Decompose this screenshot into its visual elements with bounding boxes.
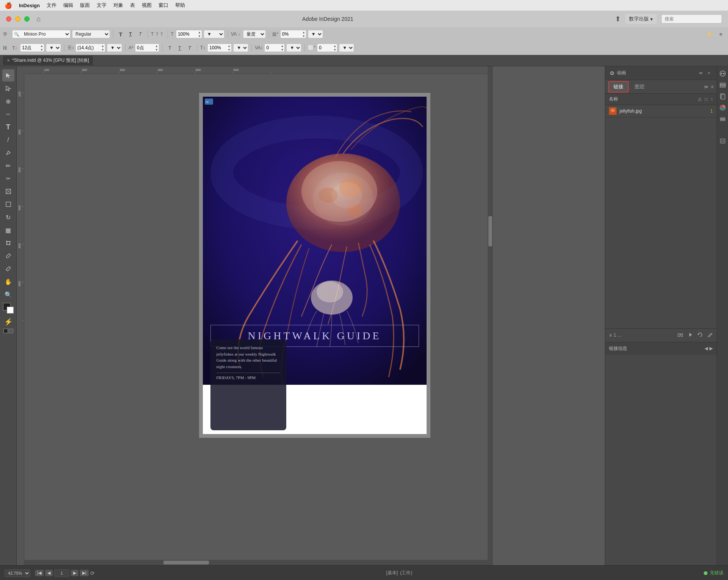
share-icon[interactable]: ⬆: [615, 15, 621, 23]
line-tool[interactable]: /: [2, 134, 14, 146]
leading-input[interactable]: [76, 45, 100, 50]
baseline-up[interactable]: ▲: [280, 44, 284, 48]
apple-menu[interactable]: 🍎: [5, 2, 12, 9]
update-link-icon[interactable]: [697, 332, 703, 339]
right-icon-stroke[interactable]: [719, 115, 727, 123]
direct-selection-tool[interactable]: [2, 82, 14, 94]
tt-icon1[interactable]: T: [116, 30, 125, 38]
tt2-icon3[interactable]: T: [185, 44, 194, 52]
skew-down[interactable]: ▼: [333, 48, 337, 52]
maximize-button[interactable]: [24, 16, 30, 22]
skew-up[interactable]: ▲: [333, 44, 337, 48]
vscale-input[interactable]: [208, 45, 227, 50]
right-icon-links[interactable]: [719, 69, 727, 78]
panel-expand-icon[interactable]: ≫: [704, 84, 709, 89]
font-family-select[interactable]: Minion Pro: [21, 30, 70, 38]
page-tool[interactable]: ⊕: [2, 95, 14, 107]
vscale-unit-select[interactable]: ▼: [233, 44, 248, 52]
rotate-up[interactable]: ▲: [301, 30, 306, 34]
tt-icon2[interactable]: T: [126, 30, 135, 38]
page-number-input[interactable]: [54, 569, 69, 577]
page-refresh-icon[interactable]: ⟳: [90, 570, 95, 576]
format-toggle[interactable]: ⚡: [2, 316, 14, 328]
rect-frame-tool[interactable]: [2, 185, 14, 198]
tab-layers[interactable]: 图层: [630, 82, 649, 92]
right-icon-layers[interactable]: [719, 81, 727, 89]
size-unit-select[interactable]: ▼: [204, 30, 224, 38]
panel-menu-icon[interactable]: ≡: [711, 84, 714, 89]
text-tool[interactable]: T: [2, 121, 14, 133]
tab-links[interactable]: 链接: [608, 81, 629, 92]
tt2-icon1[interactable]: T: [166, 44, 174, 52]
rect-tool[interactable]: [2, 198, 14, 210]
leading-up[interactable]: ▲: [100, 44, 105, 48]
tab-close-icon[interactable]: ✕: [7, 58, 10, 63]
background-color[interactable]: [7, 307, 14, 314]
hand-tool[interactable]: ✋: [2, 276, 14, 288]
gap-tool[interactable]: ↔: [2, 108, 14, 120]
baseline-down[interactable]: ▼: [280, 48, 284, 52]
panel-more-options[interactable]: ≡: [706, 70, 712, 76]
search-input[interactable]: [661, 14, 722, 24]
tt-icon3[interactable]: T: [136, 30, 144, 38]
edit-original-icon[interactable]: [707, 332, 713, 339]
grid-tool[interactable]: ▦: [2, 224, 14, 236]
close-button[interactable]: [6, 16, 11, 22]
leading-unit-select[interactable]: ▼: [107, 44, 122, 52]
right-icon-effects[interactable]: [719, 137, 727, 145]
menu-edit[interactable]: 编辑: [63, 2, 73, 9]
selection-tool[interactable]: [2, 69, 14, 82]
horizontal-scale-down[interactable]: ▼: [197, 34, 202, 38]
font-size-down[interactable]: ▼: [39, 48, 44, 52]
digital-publish-button[interactable]: 数字出版 ▾: [625, 14, 657, 24]
right-icon-pages[interactable]: [719, 92, 727, 100]
goto-link-icon[interactable]: [687, 332, 693, 339]
scissors-tool[interactable]: ✂: [2, 172, 14, 185]
h-scrollbar[interactable]: [24, 560, 488, 565]
h-scrollbar-thumb[interactable]: [163, 561, 209, 564]
skew-input[interactable]: [317, 45, 333, 50]
pencil-tool[interactable]: ✏: [2, 160, 14, 172]
menu-table[interactable]: 表: [130, 2, 135, 9]
kerning-up[interactable]: ▲: [154, 44, 159, 48]
v-scrollbar[interactable]: [488, 66, 493, 565]
menu-text[interactable]: 文字: [97, 2, 107, 9]
links-row-jellyfish[interactable]: jellyfish.jpg 1: [605, 105, 717, 118]
measure-tool[interactable]: [2, 263, 14, 275]
font-size-unit-select[interactable]: ▼: [46, 44, 61, 52]
rotate-down[interactable]: ▼: [301, 34, 306, 38]
right-icon-color[interactable]: [719, 103, 727, 112]
menu-object[interactable]: 对象: [113, 2, 123, 9]
menu-help[interactable]: 帮助: [175, 2, 185, 9]
canvas-area[interactable]: 100 200 300 400 500 600 100 200 300 400 …: [17, 66, 605, 565]
links-info-prev[interactable]: ◀: [704, 346, 708, 351]
tt2-icon2[interactable]: T: [176, 44, 184, 52]
kerning-down[interactable]: ▼: [154, 48, 159, 52]
leading-down[interactable]: ▼: [100, 48, 105, 52]
document-tab[interactable]: ✕ *Share.indd @ 43% [GPU 预览] [转换]: [3, 56, 93, 65]
normal-view[interactable]: [3, 329, 8, 333]
last-page-btn[interactable]: ▶|: [80, 570, 89, 576]
lightning-icon[interactable]: ⚡: [705, 30, 714, 38]
prev-page-btn[interactable]: ◀: [45, 570, 53, 576]
next-page-btn[interactable]: ▶: [71, 570, 78, 576]
font-style-select[interactable]: Regular: [72, 30, 110, 38]
home-icon[interactable]: ⌂: [36, 15, 41, 23]
baseline-unit-select[interactable]: ▼: [286, 44, 301, 52]
skew-unit-select[interactable]: ▼: [339, 44, 354, 52]
more-icon[interactable]: ≡: [717, 30, 725, 38]
vscale-up[interactable]: ▲: [227, 44, 231, 48]
horizontal-scale-up[interactable]: ▲: [197, 30, 202, 34]
minimize-button[interactable]: [15, 16, 20, 22]
menu-layout[interactable]: 版面: [80, 2, 90, 9]
rotate-unit-select[interactable]: ▼: [308, 30, 323, 38]
eyedropper-tool[interactable]: [2, 250, 14, 262]
zoom-tool[interactable]: 🔍: [2, 288, 14, 301]
color-swatches[interactable]: [3, 303, 14, 314]
baseline-input[interactable]: [265, 45, 280, 50]
font-size-input[interactable]: [20, 45, 39, 50]
panel-collapse-left[interactable]: ≪: [698, 70, 704, 76]
crop-tool[interactable]: [2, 237, 14, 249]
rotate-input[interactable]: [281, 31, 301, 37]
font-size-up[interactable]: ▲: [39, 44, 44, 48]
